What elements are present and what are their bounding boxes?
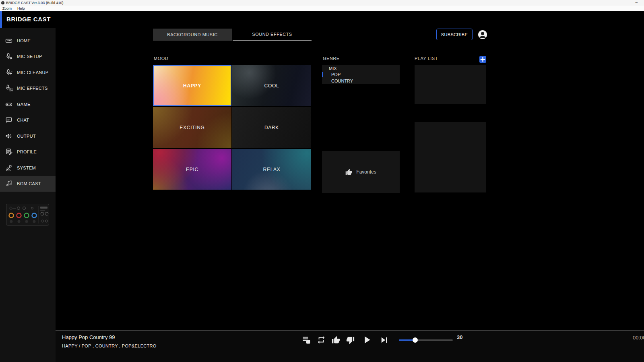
app-icon bbox=[1, 1, 4, 4]
tab-background-music[interactable]: BACKGROUND MUSIC bbox=[153, 29, 232, 41]
sidebar-item-output[interactable]: OUTPUT bbox=[0, 128, 56, 144]
sidebar-item-home[interactable]: HOME bbox=[0, 33, 56, 49]
playlist-add-icon bbox=[302, 335, 311, 344]
thumbs-up-button[interactable] bbox=[332, 336, 340, 344]
genre-item-label: MIX bbox=[329, 66, 337, 71]
genre-item-country[interactable]: COUNTRY bbox=[322, 78, 400, 84]
sidebar-item-label: PROFILE bbox=[17, 149, 37, 154]
elapsed-time: 00:00 bbox=[633, 335, 644, 341]
menu-bar: Zoom Help bbox=[0, 6, 644, 11]
thumb-down-icon bbox=[346, 336, 355, 344]
sidebar-item-label: CHAT bbox=[17, 118, 29, 122]
volume-value: 30 bbox=[457, 334, 462, 340]
window-titlebar: BRIDGE CAST Ver.3.03 (Build 410) – bbox=[0, 0, 644, 6]
player-bar: Happy Pop Country 99 HAPPY / POP , COUNT… bbox=[56, 330, 644, 362]
play-icon bbox=[361, 334, 373, 346]
chat-bubble-icon bbox=[5, 116, 13, 124]
thumbs-down-button[interactable] bbox=[346, 336, 355, 344]
playlist-add-button[interactable] bbox=[302, 335, 311, 344]
sidebar-item-mic-setup[interactable]: MIC SETUP bbox=[0, 49, 56, 65]
skip-next-button[interactable] bbox=[379, 335, 390, 345]
genre-section-label: GENRE bbox=[323, 56, 340, 61]
mood-tile-relax[interactable]: RELAX bbox=[232, 149, 311, 190]
sidebar-item-game[interactable]: GAME bbox=[0, 96, 56, 112]
mood-grid: HAPPY COOL EXCITING DARK EPIC RELAX bbox=[153, 65, 312, 190]
sidebar-item-label: OUTPUT bbox=[17, 134, 36, 139]
volume-slider[interactable] bbox=[399, 337, 453, 343]
track-tags: HAPPY / POP , COUNTRY , POP&ELECTRO bbox=[62, 343, 157, 348]
skip-next-icon bbox=[379, 335, 390, 345]
mic-cleanup-icon bbox=[5, 68, 13, 77]
account-icon[interactable] bbox=[478, 30, 487, 39]
sidebar: HOME MIC SETUP MIC CLEANUP MIC EFFECTS G… bbox=[0, 28, 56, 362]
track-title: Happy Pop Country 99 bbox=[62, 334, 115, 340]
thumb-up-icon bbox=[345, 169, 352, 176]
genre-selected-bar bbox=[322, 72, 323, 78]
home-icon bbox=[5, 37, 13, 45]
music-note-icon bbox=[5, 180, 13, 188]
player-controls bbox=[302, 333, 390, 346]
mood-section-label: MOOD bbox=[154, 56, 168, 61]
menu-zoom[interactable]: Zoom bbox=[2, 6, 12, 10]
mood-tile-dark[interactable]: DARK bbox=[232, 107, 311, 148]
mic-effects-icon bbox=[5, 84, 13, 92]
speaker-icon bbox=[5, 132, 13, 140]
subscribe-button[interactable]: SUBSCRIBE bbox=[436, 29, 473, 40]
sidebar-item-label: MIC EFFECTS bbox=[17, 86, 48, 91]
plus-icon bbox=[479, 56, 486, 63]
favorites-button[interactable]: Favorites bbox=[322, 151, 400, 193]
genre-item-mix[interactable]: MIX bbox=[322, 65, 400, 72]
mood-tile-exciting[interactable]: EXCITING bbox=[153, 107, 231, 148]
sidebar-item-chat[interactable]: CHAT bbox=[0, 112, 56, 128]
sidebar-item-label: MIC SETUP bbox=[17, 54, 42, 59]
sidebar-item-label: MIC CLEANUP bbox=[17, 70, 48, 75]
genre-item-pop[interactable]: POP bbox=[322, 72, 400, 78]
volume-slider-thumb[interactable] bbox=[413, 337, 418, 343]
genre-item-label: COUNTRY bbox=[331, 79, 353, 83]
content-tabs: BACKGROUND MUSIC SOUND EFFECTS bbox=[153, 29, 312, 41]
genre-list: MIX POP COUNTRY bbox=[322, 65, 400, 84]
window-title: BRIDGE CAST Ver.3.03 (Build 410) bbox=[6, 1, 63, 5]
mood-tile-happy[interactable]: HAPPY bbox=[153, 65, 231, 106]
add-playlist-button[interactable] bbox=[479, 56, 486, 63]
genre-item-label: POP bbox=[331, 72, 341, 77]
sidebar-item-mic-cleanup[interactable]: MIC CLEANUP bbox=[0, 64, 56, 81]
play-button[interactable] bbox=[361, 334, 373, 346]
mic-setup-icon bbox=[5, 52, 13, 60]
playlist-section-label: PLAY LIST bbox=[415, 56, 438, 61]
gamepad-icon bbox=[5, 100, 13, 108]
sidebar-item-label: GAME bbox=[17, 102, 31, 107]
sidebar-item-label: SYSTEM bbox=[17, 165, 36, 170]
system-tools-icon bbox=[5, 164, 13, 172]
thumb-up-icon bbox=[332, 336, 340, 344]
repeat-icon bbox=[317, 335, 326, 344]
profile-document-icon bbox=[5, 148, 13, 156]
header-accent-bar bbox=[0, 11, 2, 28]
sidebar-item-profile[interactable]: PROFILE bbox=[0, 144, 56, 160]
playlist-panel-1[interactable] bbox=[415, 65, 486, 104]
menu-help[interactable]: Help bbox=[17, 6, 25, 10]
bridge-cast-device-image bbox=[6, 203, 50, 226]
favorites-label: Favorites bbox=[356, 169, 376, 175]
app-header: BRIDGE CAST bbox=[0, 11, 644, 28]
app-logo: BRIDGE CAST bbox=[6, 16, 51, 23]
sidebar-item-label: HOME bbox=[17, 38, 31, 43]
playlist-panel-2[interactable] bbox=[415, 122, 486, 192]
sidebar-item-label: BGM CAST bbox=[17, 181, 41, 186]
sidebar-item-system[interactable]: SYSTEM bbox=[0, 160, 56, 176]
mood-tile-cool[interactable]: COOL bbox=[232, 65, 311, 106]
mood-tile-epic[interactable]: EPIC bbox=[153, 149, 231, 190]
repeat-button[interactable] bbox=[317, 335, 326, 344]
tab-sound-effects[interactable]: SOUND EFFECTS bbox=[233, 29, 312, 41]
minimize-button[interactable]: – bbox=[635, 0, 638, 5]
sidebar-item-mic-effects[interactable]: MIC EFFECTS bbox=[0, 81, 56, 97]
sidebar-item-bgm-cast[interactable]: BGM CAST bbox=[0, 176, 56, 192]
